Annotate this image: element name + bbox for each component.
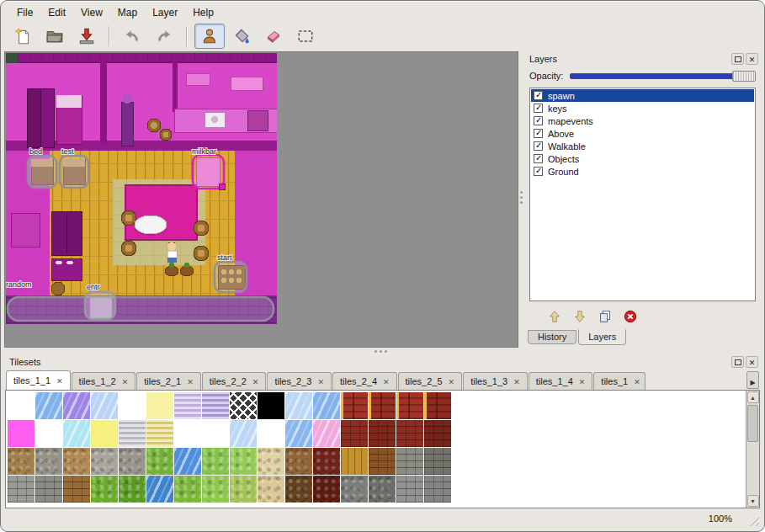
scroll-up-button[interactable] <box>747 391 759 403</box>
tile[interactable] <box>396 392 423 419</box>
tile[interactable] <box>8 448 35 475</box>
tile[interactable] <box>146 448 173 475</box>
tile[interactable] <box>341 420 368 447</box>
layer-visibility-checkbox[interactable] <box>534 167 543 176</box>
layers-float-button[interactable] <box>731 53 744 65</box>
tile[interactable] <box>369 476 396 503</box>
tile[interactable] <box>424 476 451 503</box>
close-tab-icon[interactable] <box>383 376 390 386</box>
vertical-splitter[interactable] <box>518 51 524 348</box>
menu-file[interactable]: File <box>9 5 40 20</box>
layer-visibility-checkbox[interactable] <box>534 129 543 138</box>
open-button[interactable] <box>40 24 70 49</box>
tile[interactable] <box>313 392 340 419</box>
resize-grip[interactable] <box>748 515 759 526</box>
tile[interactable] <box>8 420 35 447</box>
tile[interactable] <box>119 420 146 447</box>
map-object-entr[interactable] <box>85 292 115 319</box>
map-object-test[interactable] <box>60 156 88 188</box>
layers-close-button[interactable] <box>746 53 758 65</box>
menu-layer[interactable]: Layer <box>145 5 185 20</box>
layer-visibility-checkbox[interactable] <box>534 141 543 151</box>
scrollbar-thumb[interactable] <box>747 405 758 442</box>
tile[interactable] <box>91 448 118 475</box>
tile[interactable] <box>91 392 118 419</box>
save-button[interactable] <box>72 24 102 49</box>
tileset-tab-tiles_1_2[interactable]: tiles_1_2 <box>72 372 136 390</box>
tile[interactable] <box>63 420 90 447</box>
tile[interactable] <box>285 420 312 447</box>
opacity-slider[interactable] <box>570 71 756 82</box>
lower-layer-button[interactable] <box>570 306 590 327</box>
tile[interactable] <box>146 420 173 447</box>
map-object-start[interactable] <box>215 262 247 292</box>
close-tab-icon[interactable] <box>634 376 640 386</box>
tab-layers[interactable]: Layers <box>578 329 626 345</box>
tab-history[interactable]: History <box>528 330 576 344</box>
tile[interactable] <box>258 476 284 503</box>
tile[interactable] <box>424 392 451 419</box>
tile[interactable] <box>146 476 173 503</box>
close-tab-icon[interactable] <box>449 376 455 386</box>
tile[interactable] <box>174 392 201 419</box>
tile[interactable] <box>230 476 257 503</box>
horizontal-splitter[interactable] <box>4 348 761 354</box>
tile[interactable] <box>313 448 340 475</box>
new-button[interactable] <box>8 24 38 49</box>
delete-layer-button[interactable] <box>620 306 640 327</box>
tilesets-close-button[interactable] <box>746 356 758 368</box>
layer-visibility-checkbox[interactable] <box>534 91 543 100</box>
tile[interactable] <box>202 476 229 503</box>
tile[interactable] <box>174 420 201 447</box>
layer-row-mapevents[interactable]: mapevents <box>531 114 754 127</box>
tileset-tab-tiles_1_1[interactable]: tiles_1_1 <box>6 370 71 390</box>
stamp-brush-button[interactable] <box>194 24 225 49</box>
tileset-tab-tiles_2_2[interactable]: tiles_2_2 <box>202 372 267 390</box>
scroll-down-button[interactable] <box>747 495 759 507</box>
tile[interactable] <box>369 420 396 447</box>
undo-button[interactable] <box>117 24 147 49</box>
eraser-button[interactable] <box>258 24 289 49</box>
duplicate-layer-button[interactable] <box>595 306 615 327</box>
tile[interactable] <box>341 476 368 503</box>
tile[interactable] <box>202 420 229 447</box>
layer-row-spawn[interactable]: spawn <box>531 89 754 102</box>
tile[interactable] <box>230 448 257 475</box>
tile[interactable] <box>341 448 368 475</box>
tilesets-float-button[interactable] <box>731 356 744 368</box>
tileset-tab-tiles_2_3[interactable]: tiles_2_3 <box>267 372 332 390</box>
map-object-selection-handle[interactable] <box>220 184 226 190</box>
tile[interactable] <box>35 420 62 447</box>
close-tab-icon[interactable] <box>122 376 129 386</box>
tile[interactable] <box>91 420 118 447</box>
layer-row-ground[interactable]: Ground <box>531 165 754 178</box>
map-view[interactable]: bed test milkbar start random entr <box>4 51 518 348</box>
tile[interactable] <box>63 476 90 503</box>
tile[interactable] <box>202 448 229 475</box>
menu-view[interactable]: View <box>73 5 110 20</box>
tile[interactable] <box>174 476 201 503</box>
tile[interactable] <box>396 476 423 503</box>
tileset-tab-tiles_2_4[interactable]: tiles_2_4 <box>332 372 397 390</box>
tile[interactable] <box>424 448 451 475</box>
layer-row-walkable[interactable]: Walkable <box>531 140 754 152</box>
menu-edit[interactable]: Edit <box>40 5 73 20</box>
map-canvas[interactable]: bed test milkbar start random entr <box>6 53 277 324</box>
tile[interactable] <box>285 448 312 475</box>
tileset-view[interactable] <box>5 390 760 508</box>
tile[interactable] <box>202 392 229 419</box>
bucket-fill-button[interactable] <box>226 24 257 49</box>
layer-visibility-checkbox[interactable] <box>534 154 543 163</box>
tile[interactable] <box>119 448 146 475</box>
tile[interactable] <box>230 420 257 447</box>
tile[interactable] <box>35 476 62 503</box>
tile[interactable] <box>91 476 118 503</box>
redo-button[interactable] <box>149 24 179 49</box>
layer-visibility-checkbox[interactable] <box>534 116 543 125</box>
close-tab-icon[interactable] <box>56 375 63 386</box>
tile[interactable] <box>313 476 340 503</box>
layer-row-objects[interactable]: Objects <box>531 152 754 165</box>
layer-visibility-checkbox[interactable] <box>534 104 543 113</box>
tile[interactable] <box>285 392 312 419</box>
tile[interactable] <box>63 448 90 475</box>
